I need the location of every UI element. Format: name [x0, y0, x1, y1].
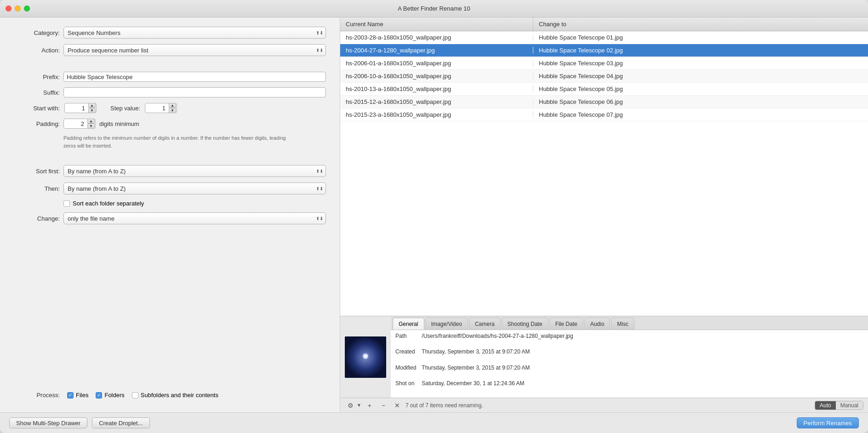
file-change-name: Hubble Space Telescope 04.jpg — [533, 73, 868, 80]
tab-shooting-date[interactable]: Shooting Date — [502, 318, 548, 330]
status-text: 7 out of 7 items need renaming. — [405, 402, 812, 409]
path-key: Path — [395, 333, 416, 348]
created-key: Created — [395, 348, 416, 363]
padding-hint: Padding refers to the minimum number of … — [63, 134, 293, 149]
padding-stepper: ▲ ▼ — [87, 119, 95, 129]
tab-file-date[interactable]: File Date — [549, 318, 583, 330]
prefix-label: Prefix: — [14, 74, 60, 80]
info-area: GeneralImage/VideoCameraShooting DateFil… — [391, 316, 868, 398]
droplet-button[interactable]: Create Droplet... — [92, 417, 149, 428]
start-stepper-down[interactable]: ▼ — [88, 108, 96, 113]
padding-stepper-up[interactable]: ▲ — [87, 119, 95, 124]
padding-stepper-down[interactable]: ▼ — [87, 124, 95, 129]
category-select[interactable]: Sequence Numbers — [63, 27, 326, 39]
shot-value: Saturday, December 30, 1 at 12:24:36 AM — [422, 380, 863, 395]
then-select[interactable]: By name (from A to Z) — [63, 182, 326, 194]
sort-first-select[interactable]: By name (from A to Z) — [63, 165, 326, 177]
file-current-name: hs-2006-10-a-1680x1050_wallpaper.jpg — [340, 73, 533, 80]
action-row: Action: Produce sequence number list ⬆⬇ — [14, 44, 326, 56]
gear-dropdown-arrow[interactable]: ▼ — [357, 403, 361, 408]
process-subfolders-item[interactable]: Subfolders and their contents — [132, 392, 218, 399]
thumbnail-area — [340, 316, 391, 398]
file-change-name: Hubble Space Telescope 02.jpg — [533, 47, 868, 54]
sort-first-select-wrapper: By name (from A to Z) ⬆⬇ — [63, 165, 326, 177]
perform-renames-button[interactable]: Perform Renames — [797, 417, 859, 428]
app-window: A Better Finder Rename 10 Category: Sequ… — [0, 0, 868, 433]
left-panel: Category: Sequence Numbers ⬆⬇ Action: Pr… — [0, 17, 340, 412]
gear-icon[interactable]: ⚙ — [345, 400, 356, 411]
file-change-name: Hubble Space Telescope 03.jpg — [533, 60, 868, 67]
auto-button[interactable]: Auto — [815, 401, 836, 410]
padding-label: Padding: — [14, 120, 60, 127]
main-content: Category: Sequence Numbers ⬆⬇ Action: Pr… — [0, 17, 868, 412]
close-icon[interactable]: ✕ — [392, 400, 403, 411]
file-change-name: Hubble Space Telescope 01.jpg — [533, 34, 868, 41]
table-row[interactable]: hs-2003-28-a-1680x1050_wallpaper.jpgHubb… — [340, 31, 868, 44]
folders-checkbox[interactable]: ✓ — [96, 392, 102, 399]
file-list[interactable]: hs-2003-28-a-1680x1050_wallpaper.jpgHubb… — [340, 31, 868, 316]
window-title: A Better Finder Rename 10 — [398, 5, 470, 12]
status-bar: ⚙ ▼ + − ✕ 7 out of 7 items need renaming… — [340, 398, 868, 412]
manual-button[interactable]: Manual — [836, 401, 863, 410]
file-change-name: Hubble Space Telescope 06.jpg — [533, 98, 868, 105]
path-value: /Users/frankreiff/Downloads/hs-2004-27-a… — [422, 333, 863, 348]
minus-icon[interactable]: − — [378, 400, 389, 411]
tab-audio[interactable]: Audio — [584, 318, 611, 330]
bottom-bar: Show Multi-Step Drawer Create Droplet...… — [0, 412, 868, 433]
traffic-lights — [6, 6, 30, 11]
files-checkbox[interactable]: ✓ — [67, 392, 74, 399]
table-row[interactable]: hs-2010-13-a-1680x1050_wallpaper.jpgHubb… — [340, 83, 868, 96]
table-row[interactable]: hs-2006-01-a-1680x1050_wallpaper.jpgHubb… — [340, 57, 868, 70]
suffix-label: Suffix: — [14, 89, 60, 96]
process-folders-item[interactable]: ✓ Folders — [96, 392, 124, 399]
tab-image-video[interactable]: Image/Video — [425, 318, 468, 330]
tab-misc[interactable]: Misc — [611, 318, 634, 330]
change-select[interactable]: only the file name — [63, 212, 326, 224]
action-select-wrapper: Produce sequence number list ⬆⬇ — [63, 44, 326, 56]
process-files-item[interactable]: ✓ Files — [67, 392, 88, 399]
file-current-name: hs-2003-28-a-1680x1050_wallpaper.jpg — [340, 34, 533, 41]
add-icon[interactable]: + — [364, 400, 375, 411]
tabs-bar: GeneralImage/VideoCameraShooting DateFil… — [391, 316, 868, 330]
gear-icon-wrapper: ⚙ ▼ — [345, 400, 361, 411]
step-label: Step value: — [110, 105, 140, 112]
category-select-wrapper: Sequence Numbers ⬆⬇ — [63, 27, 326, 39]
minimize-button[interactable] — [15, 6, 21, 11]
subfolders-checkbox[interactable] — [132, 392, 138, 399]
file-current-name: hs-2006-01-a-1680x1050_wallpaper.jpg — [340, 60, 533, 67]
start-stepper-up[interactable]: ▲ — [88, 103, 96, 108]
suffix-row: Suffix: — [14, 87, 326, 97]
close-button[interactable] — [6, 6, 11, 11]
folders-label: Folders — [104, 392, 124, 399]
maximize-button[interactable] — [24, 6, 30, 11]
tab-general[interactable]: General — [393, 318, 424, 330]
then-select-wrapper: By name (from A to Z) ⬆⬇ — [63, 182, 326, 194]
sort-folder-label: Sort each folder separately — [73, 200, 144, 207]
sort-folder-checkbox[interactable] — [63, 200, 70, 207]
table-row[interactable]: hs-2006-10-a-1680x1050_wallpaper.jpgHubb… — [340, 70, 868, 83]
prefix-input[interactable] — [63, 72, 326, 82]
created-value: Thursday, September 3, 2015 at 9:07:20 A… — [422, 348, 863, 363]
category-label: Category: — [14, 29, 60, 36]
file-current-name: hs-2004-27-a-1280_wallpaper.jpg — [340, 47, 533, 54]
tab-camera[interactable]: Camera — [469, 318, 501, 330]
suffix-input[interactable] — [63, 87, 326, 97]
table-row[interactable]: hs-2004-27-a-1280_wallpaper.jpgHubble Sp… — [340, 44, 868, 57]
action-select[interactable]: Produce sequence number list — [63, 44, 326, 56]
preview-area: GeneralImage/VideoCameraShooting DateFil… — [340, 316, 868, 412]
table-row[interactable]: hs-2015-12-a-1680x1050_wallpaper.jpgHubb… — [340, 96, 868, 108]
step-stepper-down[interactable]: ▼ — [169, 108, 176, 113]
file-list-header: Current Name Change to — [340, 17, 868, 31]
table-row[interactable]: hs-2015-23-a-1680x1050_wallpaper.jpgHubb… — [340, 108, 868, 121]
change-row: Change: only the file name ⬆⬇ — [14, 212, 326, 224]
start-label: Start with: — [14, 105, 60, 112]
step-stepper-up[interactable]: ▲ — [169, 103, 176, 108]
thumbnail — [345, 336, 386, 378]
nebula-image — [345, 336, 386, 378]
file-current-name: hs-2015-12-a-1680x1050_wallpaper.jpg — [340, 98, 533, 105]
multi-step-button[interactable]: Show Multi-Step Drawer — [9, 417, 87, 428]
padding-input-wrapper: ▲ ▼ — [63, 119, 96, 129]
prefix-row: Prefix: — [14, 72, 326, 82]
svg-point-3 — [364, 355, 367, 358]
sort-folder-row: Sort each folder separately — [63, 200, 326, 207]
